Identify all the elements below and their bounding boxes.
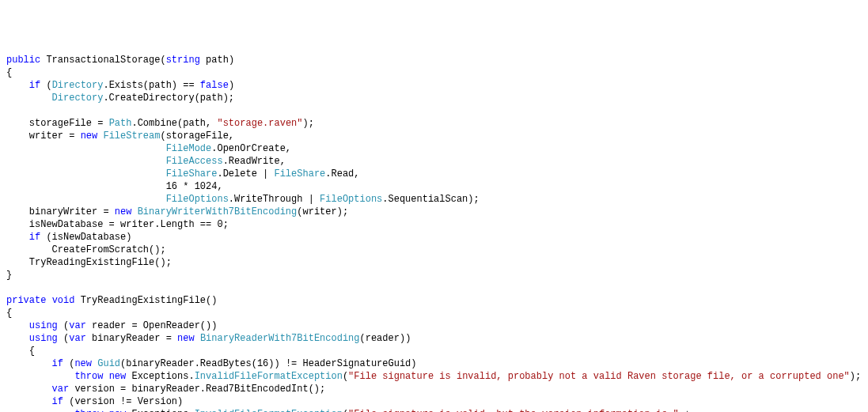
code-token: (binaryReader.ReadBytes(16)) != HeaderSi…: [120, 358, 416, 369]
code-line[interactable]: var version = binaryReader.Read7BitEncod…: [6, 383, 862, 395]
code-line[interactable]: TryReadingExistingFile();: [6, 256, 862, 269]
code-token: .OpenOrCreate,: [211, 143, 291, 154]
code-line[interactable]: FileAccess.ReadWrite,: [6, 155, 862, 168]
code-line[interactable]: FileMode.OpenOrCreate,: [6, 142, 862, 155]
code-token: version = binaryReader.Read7BitEncodedIn…: [69, 384, 325, 395]
code-token: {: [6, 346, 35, 357]
code-token: (writer);: [297, 206, 348, 217]
code-token: [6, 156, 166, 167]
code-line[interactable]: CreateFromScratch();: [6, 244, 862, 256]
code-token: [6, 333, 29, 344]
code-line[interactable]: if (new Guid(binaryReader.ReadBytes(16))…: [6, 357, 862, 370]
code-token: private: [6, 295, 46, 306]
code-token: BinaryReaderWith7BitEncoding: [200, 333, 360, 344]
code-line[interactable]: FileShare.Delete | FileShare.Read,: [6, 168, 862, 180]
code-token: "storage.raven": [217, 118, 302, 129]
code-token: [103, 371, 108, 382]
code-line[interactable]: throw new Exceptions.InvalidFileFormatEx…: [6, 370, 862, 383]
code-token: new: [81, 130, 98, 142]
code-line[interactable]: if (isNewDatabase): [6, 231, 862, 244]
code-token: throw: [74, 371, 103, 382]
code-line[interactable]: writer = new FileStream(storageFile,: [6, 130, 862, 142]
code-editor[interactable]: public TransactionalStorage(string path)…: [6, 54, 862, 412]
code-token: );: [850, 371, 861, 382]
code-token: Exceptions.: [126, 409, 194, 412]
code-line[interactable]: FileOptions.WriteThrough | FileOptions.S…: [6, 193, 862, 206]
code-token: isNewDatabase = writer.Length == 0;: [6, 219, 229, 230]
code-token: new: [74, 358, 92, 369]
code-token: [6, 232, 29, 243]
code-token: [6, 396, 52, 407]
code-token: reader = OpenReader()): [86, 320, 218, 331]
code-token: .Exists(path) ==: [103, 80, 199, 91]
code-line[interactable]: using (var reader = OpenReader()): [6, 319, 862, 332]
code-token: (: [63, 358, 74, 369]
code-line[interactable]: binaryWriter = new BinaryWriterWith7BitE…: [6, 206, 862, 218]
code-token: new: [109, 371, 127, 382]
code-token: (: [58, 320, 69, 331]
code-token: [6, 93, 52, 104]
code-token: if: [52, 396, 63, 407]
code-line[interactable]: Directory.CreateDirectory(path);: [6, 92, 862, 104]
code-token: .ReadWrite,: [223, 156, 286, 167]
code-token: FileAccess: [166, 156, 223, 167]
code-line[interactable]: isNewDatabase = writer.Length == 0;: [6, 218, 862, 231]
code-token: [6, 320, 29, 331]
code-line[interactable]: storageFile = Path.Combine(path, "storag…: [6, 117, 862, 130]
code-line[interactable]: private void TryReadingExistingFile(): [6, 294, 862, 307]
code-line[interactable]: if (version != Version): [6, 395, 862, 408]
code-token: Exceptions.: [126, 371, 194, 382]
code-token: new: [109, 409, 127, 412]
code-token: var: [69, 320, 86, 331]
code-line[interactable]: [6, 282, 862, 294]
code-token: if: [29, 232, 40, 243]
code-line[interactable]: {: [6, 345, 862, 357]
code-token: storageFile =: [6, 118, 109, 129]
code-line[interactable]: 16 * 1024,: [6, 180, 862, 193]
code-line[interactable]: {: [6, 307, 862, 319]
code-token: if: [29, 80, 40, 91]
code-token: BinaryWriterWith7BitEncoding: [138, 206, 298, 217]
code-line[interactable]: [6, 104, 862, 117]
code-token: [195, 333, 200, 344]
code-token: Directory: [52, 93, 104, 104]
code-line[interactable]: if (Directory.Exists(path) == false): [6, 79, 862, 92]
code-token: .WriteThrough |: [229, 194, 320, 205]
code-token: (reader)): [360, 333, 411, 344]
code-line[interactable]: {: [6, 66, 862, 79]
code-token: (: [58, 333, 69, 344]
code-line[interactable]: using (var binaryReader = new BinaryRead…: [6, 332, 862, 345]
code-token: [131, 206, 137, 217]
code-token: FileOptions: [320, 194, 382, 205]
code-token: FileShare: [274, 168, 325, 180]
code-token: Path: [109, 118, 132, 129]
code-token: .Read,: [325, 168, 359, 180]
code-token: (version != Version): [63, 396, 183, 407]
code-token: binaryWriter =: [6, 206, 115, 217]
code-token: using: [29, 320, 58, 331]
code-token: );: [303, 118, 314, 129]
code-token: (: [40, 80, 51, 91]
code-token: .CreateDirectory(path);: [103, 93, 234, 104]
code-token: new: [115, 206, 132, 217]
code-token: [6, 358, 52, 369]
code-token: throw: [74, 409, 103, 412]
code-token: new: [177, 333, 195, 344]
code-token: TransactionalStorage(: [40, 55, 165, 66]
code-token: TryReadingExistingFile();: [6, 257, 172, 268]
code-token: "File signature is invalid, probably not…: [348, 371, 850, 382]
code-token: void: [52, 295, 75, 306]
code-token: [6, 384, 52, 395]
code-token: ): [229, 80, 234, 91]
code-line[interactable]: throw new Exceptions.InvalidFileFormatEx…: [6, 408, 862, 412]
code-token: 16 * 1024,: [6, 181, 223, 192]
code-token: binaryReader =: [86, 333, 177, 344]
code-token: [46, 295, 51, 306]
code-token: +: [679, 409, 690, 412]
code-token: {: [6, 67, 12, 78]
code-line[interactable]: }: [6, 269, 862, 282]
code-token: writer =: [6, 130, 81, 142]
code-token: .Combine(path,: [131, 118, 217, 129]
code-token: [6, 168, 166, 180]
code-line[interactable]: public TransactionalStorage(string path): [6, 54, 862, 66]
